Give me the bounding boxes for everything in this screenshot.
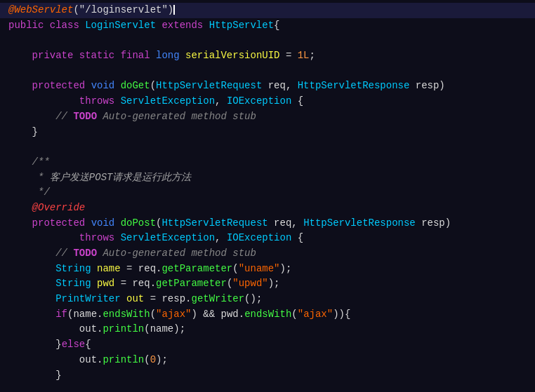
line-24: out.println(0); [0, 353, 535, 368]
line-5 [0, 64, 535, 79]
line-14: @Override [0, 201, 535, 216]
line-16: throws ServletException, IOException { [0, 231, 535, 246]
line-7: throws ServletException, IOException { [0, 94, 535, 109]
line-9: } [0, 125, 535, 140]
line-19: String pwd = req.getParameter("upwd"); [0, 276, 535, 292]
line-10 [0, 140, 535, 155]
line-20: PrintWriter out = resp.getWriter(); [0, 292, 535, 307]
line-17: // TODO Auto-generated method stub [0, 246, 535, 262]
line-11: /** [0, 155, 535, 170]
line-3 [0, 33, 535, 48]
line-26 [0, 383, 535, 392]
line-2: public class LoginServlet extends HttpSe… [0, 18, 535, 34]
line-13: */ [0, 185, 535, 201]
line-18: String name = req.getParameter("uname"); [0, 262, 535, 277]
line-25: } [0, 368, 535, 384]
line-8: // TODO Auto-generated method stub [0, 109, 535, 125]
line-12: * 客户发送POST请求是运行此方法 [0, 170, 535, 186]
line-23: }else{ [0, 337, 535, 353]
line-22: out.println(name); [0, 322, 535, 337]
line-4: private static final long serialVersionU… [0, 48, 535, 64]
line-1: @WebServlet("/loginservlet") [0, 3, 535, 18]
line-15: protected void doPost(HttpServletRequest… [0, 216, 535, 231]
line-21: if(name.endsWith("ajax") && pwd.endsWith… [0, 307, 535, 323]
line-6: protected void doGet(HttpServletRequest … [0, 79, 535, 94]
code-editor[interactable]: @WebServlet("/loginservlet") public clas… [0, 0, 535, 392]
